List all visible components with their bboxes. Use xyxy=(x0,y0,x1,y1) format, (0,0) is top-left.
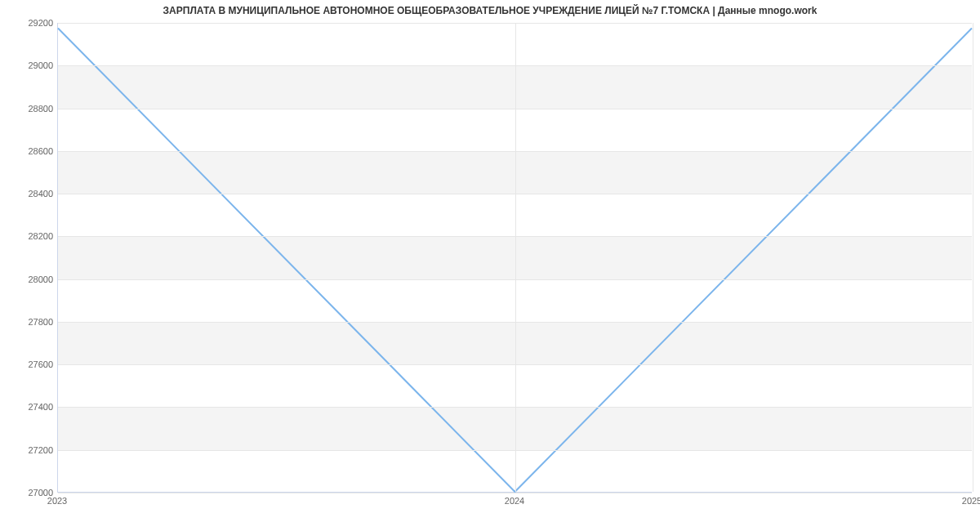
y-axis-tick-label: 29000 xyxy=(4,60,53,70)
x-gridline xyxy=(515,23,516,492)
chart-title: ЗАРПЛАТА В МУНИЦИПАЛЬНОЕ АВТОНОМНОЕ ОБЩЕ… xyxy=(0,5,980,16)
y-gridline xyxy=(58,493,972,493)
y-axis-tick-label: 27600 xyxy=(4,359,53,369)
x-axis-tick-label: 2023 xyxy=(47,496,67,506)
y-axis-tick-label: 28400 xyxy=(4,189,53,199)
y-axis-tick-label: 28200 xyxy=(4,231,53,241)
y-axis-tick-label: 28600 xyxy=(4,146,53,156)
y-axis-tick-label: 28000 xyxy=(4,274,53,284)
x-gridline xyxy=(973,23,973,492)
y-axis-tick-label: 27200 xyxy=(4,445,53,455)
y-axis-tick-label: 27400 xyxy=(4,402,53,412)
y-axis-tick-label: 27000 xyxy=(4,488,53,498)
y-axis-tick-label: 29200 xyxy=(4,18,53,28)
salary-line-chart: ЗАРПЛАТА В МУНИЦИПАЛЬНОЕ АВТОНОМНОЕ ОБЩЕ… xyxy=(0,0,980,531)
y-axis-tick-label: 28800 xyxy=(4,104,53,114)
x-axis-tick-label: 2025 xyxy=(962,496,980,506)
y-axis-tick-label: 27800 xyxy=(4,317,53,327)
plot-area[interactable] xyxy=(57,23,972,493)
x-axis-tick-label: 2024 xyxy=(505,496,524,506)
